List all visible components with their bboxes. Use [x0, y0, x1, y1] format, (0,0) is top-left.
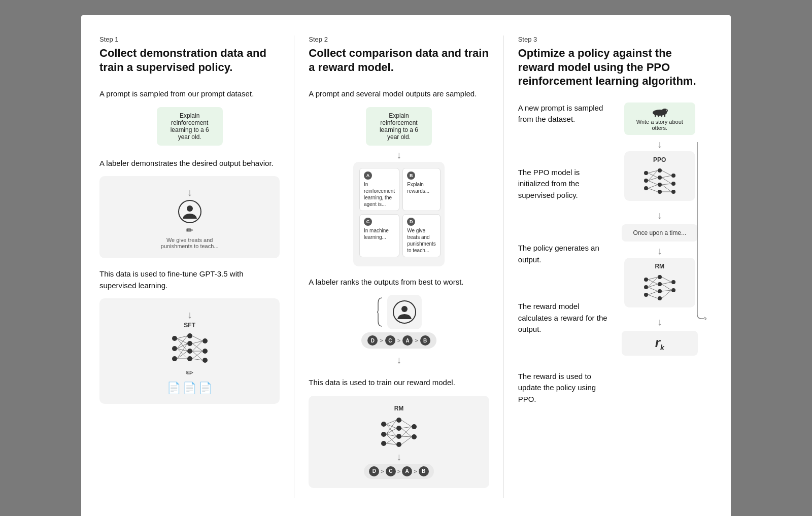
step1-text2: A labeler demonstrates the desired outpu…: [99, 158, 280, 169]
svg-line-48: [386, 436, 396, 443]
dinosaur-icon: [651, 107, 669, 117]
output-C-text: In machine learning...: [364, 228, 389, 240]
svg-line-106: [662, 290, 671, 298]
svg-line-99: [648, 287, 658, 291]
svg-line-45: [386, 428, 396, 434]
svg-point-69: [658, 190, 662, 194]
svg-line-50: [401, 420, 412, 427]
rank2-C: C: [386, 466, 396, 476]
step3-text-column: A new prompt is sampled from the dataset…: [518, 102, 611, 412]
step1-arrow2: ↓: [187, 309, 192, 320]
svg-line-100: [648, 291, 658, 295]
step2-rm-box: RM: [309, 396, 489, 488]
step1-prompt-box: Explain reinforcement learning to a 6 ye…: [157, 107, 223, 146]
svg-point-91: [658, 289, 662, 293]
output-C: C In machine learning...: [359, 214, 399, 257]
step2-person-box: [387, 295, 422, 329]
svg-line-105: [662, 290, 671, 291]
step1-labeler-caption: We give treats and punishments to teach.…: [159, 237, 220, 249]
step2-neural-net: [379, 414, 419, 450]
person-icon: [178, 199, 202, 224]
step3-rm-label: RM: [655, 263, 664, 270]
svg-point-57: [662, 109, 668, 113]
step1-diagram-box: ↓ ✏ We give treats and punishments to te…: [99, 176, 280, 258]
pencil-icon: ✏: [186, 225, 193, 236]
svg-point-31: [401, 306, 408, 312]
rank-B: B: [420, 335, 430, 346]
svg-point-8: [187, 356, 192, 361]
svg-point-68: [658, 183, 662, 187]
rank-D: D: [367, 335, 378, 346]
svg-point-34: [381, 441, 386, 446]
svg-point-67: [658, 176, 662, 180]
step3-rm-net: [642, 272, 678, 302]
step2-text1: A prompt and several model outputs are s…: [309, 88, 489, 100]
step3-text3: The policy generates an output.: [518, 243, 611, 265]
svg-point-11: [202, 358, 208, 363]
output-B-text: Explain rewards...: [407, 182, 429, 194]
step3-arrow4: ↓: [657, 317, 662, 327]
step1-sft-box: ↓ SFT: [99, 298, 280, 404]
step3-label: Step 3: [518, 36, 698, 43]
svg-point-40: [412, 434, 417, 439]
svg-line-54: [401, 436, 412, 437]
step3-arrow2: ↓: [657, 210, 662, 220]
step2-arrow3: ↓: [396, 452, 401, 462]
svg-rect-61: [664, 114, 665, 117]
svg-rect-60: [661, 114, 662, 117]
svg-point-90: [658, 282, 662, 286]
step2-column: Step 2 Collect comparison data and train…: [294, 36, 503, 498]
svg-line-49: [386, 443, 396, 444]
step2-bottom-ranking: D > C > A > B: [364, 464, 433, 479]
step3-diagram-column: Write a story about otters. ↓ PPO: [621, 102, 698, 412]
step1-section3: This data is used to fine-tune GPT-3.5 w…: [99, 268, 280, 404]
svg-rect-58: [655, 114, 656, 117]
label-B: B: [407, 171, 415, 180]
svg-point-38: [396, 442, 401, 447]
step2-section1: A prompt and several model outputs are s…: [309, 88, 489, 266]
step1-text3: This data is used to fine-tune GPT-3.5 w…: [99, 268, 280, 291]
step3-column: Step 3 Optimize a policy against the rew…: [504, 36, 713, 498]
step3-text5: The reward is used to update the policy …: [518, 371, 611, 405]
svg-line-83: [662, 184, 671, 185]
rank-A: A: [402, 335, 413, 346]
gt1: >: [380, 337, 383, 343]
rank-C: C: [385, 335, 395, 346]
svg-point-87: [644, 285, 648, 289]
svg-rect-59: [658, 114, 659, 117]
svg-line-84: [662, 185, 671, 192]
step3-reward-box: rk: [622, 331, 698, 356]
output-A-text: In reinforcement learning, the agent is.…: [364, 182, 395, 207]
step2-prompt-box: Explain reinforcement learning to a 6 ye…: [366, 107, 432, 146]
step3-ppo-box: PPO: [624, 151, 695, 201]
step1-pencil2: ✏: [186, 367, 193, 379]
step1-sft-label: SFT: [184, 322, 195, 329]
step3-content: A new prompt is sampled from the dataset…: [518, 102, 698, 412]
label-D: D: [407, 218, 415, 226]
step2-text2: A labeler ranks the outputs from best to…: [309, 277, 489, 288]
step1-column: Step 1 Collect demonstration data and tr…: [99, 36, 294, 498]
step3-ppo-label: PPO: [653, 156, 666, 163]
svg-line-80: [662, 170, 671, 176]
step2-section3: This data is used to train our reward mo…: [309, 377, 489, 488]
step3-title: Optimize a policy against the reward mod…: [518, 46, 698, 88]
output-D-text: We give treats and punishments to teach.…: [407, 228, 436, 253]
step1-text1: A prompt is sampled from our prompt data…: [99, 88, 280, 100]
output-A: A In reinforcement learning, the agent i…: [359, 168, 399, 211]
svg-line-104: [662, 284, 671, 290]
step1-title: Collect demonstration data and train a s…: [99, 46, 280, 74]
curly-brace-icon: [376, 297, 383, 327]
rank2-B: B: [419, 466, 429, 476]
svg-line-103: [662, 282, 671, 284]
step3-prompt-box: Write a story about otters.: [624, 102, 695, 135]
svg-point-1: [187, 205, 193, 212]
svg-point-10: [202, 349, 208, 354]
svg-point-63: [644, 171, 648, 175]
svg-point-72: [671, 190, 675, 194]
svg-line-79: [648, 188, 658, 192]
loop-back-svg: [695, 137, 706, 320]
rank2-A: A: [402, 466, 412, 476]
step3-text2: The PPO model is initialized from the su…: [518, 167, 611, 201]
person-icon-2: [392, 300, 417, 324]
step2-title: Collect comparison data and train a rewa…: [309, 46, 489, 74]
